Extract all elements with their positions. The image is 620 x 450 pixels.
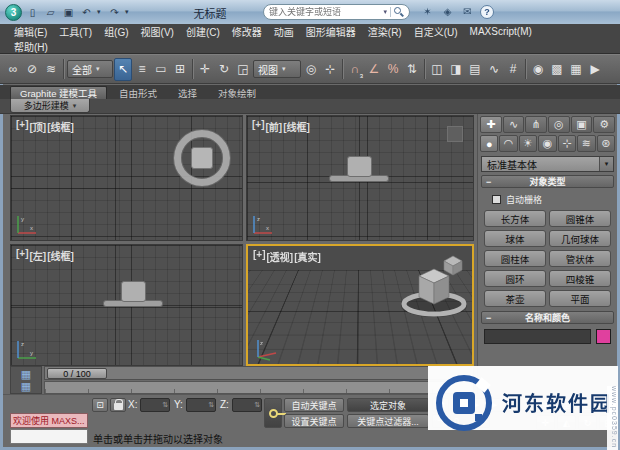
menu-graph-editors[interactable]: 图形编辑器 (300, 24, 362, 39)
use-pivot-center-icon[interactable]: ◎ (302, 58, 320, 81)
material-editor-icon[interactable]: ◉ (529, 58, 547, 81)
viewport-menu-button[interactable]: [+] (252, 119, 265, 134)
motion-panel-icon[interactable]: ◎ (548, 116, 570, 133)
object-color-swatch[interactable] (596, 329, 611, 344)
viewport-name-button[interactable]: [前] (266, 119, 283, 134)
geosphere-button[interactable]: 几何球体 (549, 230, 611, 247)
render-production-icon[interactable]: ▶ (586, 58, 604, 81)
rendered-frame-window-icon[interactable]: ▦ (567, 58, 585, 81)
menu-tools[interactable]: 工具(T) (53, 24, 98, 39)
spinner-snap-icon[interactable]: ⇅ (403, 58, 421, 81)
object-name-input[interactable] (484, 329, 591, 344)
search-scope-dropdown-icon[interactable]: ▾ (383, 8, 387, 16)
create-panel-icon[interactable]: ✚ (480, 116, 502, 133)
viewport-shading-button[interactable]: [真实] (294, 249, 321, 264)
viewport-name-button[interactable]: [左] (30, 248, 47, 263)
communication-center-icon[interactable]: ◈ (440, 4, 455, 19)
menu-animation[interactable]: 动画 (268, 24, 300, 39)
sphere-button[interactable]: 球体 (484, 230, 546, 247)
menu-edit[interactable]: 编辑(E) (8, 24, 53, 39)
schematic-view-icon[interactable]: # (504, 58, 522, 81)
select-and-manipulate-icon[interactable]: ⊹ (321, 58, 339, 81)
polygon-modeling-panel-tab[interactable]: 多边形建模 ▾ (10, 99, 90, 113)
viewport-name-button[interactable]: [顶] (30, 119, 47, 134)
undo-dropdown-icon[interactable]: ▾ (97, 8, 104, 16)
maxscript-mini-listener[interactable] (10, 429, 88, 444)
help-icon[interactable]: ? (480, 5, 494, 19)
set-key-button[interactable]: 设置关键点 (284, 414, 344, 428)
align-icon[interactable]: ◨ (447, 58, 465, 81)
snaps-toggle-icon[interactable]: ∩ 3 (346, 58, 364, 81)
menu-help[interactable]: 帮助(H) (8, 39, 54, 54)
menu-rendering[interactable]: 渲染(R) (362, 24, 408, 39)
layer-manager-icon[interactable]: ▤ (466, 58, 484, 81)
viewcube[interactable] (442, 254, 464, 276)
viewport-menu-button[interactable]: [+] (253, 249, 266, 264)
menu-views[interactable]: 视图(V) (135, 24, 180, 39)
select-and-rotate-icon[interactable]: ↻ (215, 58, 233, 81)
cameras-category-icon[interactable]: ◉ (538, 135, 556, 152)
viewport-left[interactable]: [+] [左] [线框] y z (10, 244, 243, 366)
auto-key-button[interactable]: 自动关键点 (284, 398, 344, 412)
spinner-icon[interactable]: ⇅ (208, 401, 215, 409)
object-type-rollout[interactable]: − 对象类型 (481, 175, 614, 188)
modify-panel-icon[interactable]: ∿ (503, 116, 525, 133)
menu-customize[interactable]: 自定义(U) (408, 24, 464, 39)
lights-category-icon[interactable]: ☀ (519, 135, 537, 152)
autogrid-checkbox[interactable] (492, 195, 501, 204)
favorites-icon[interactable]: ✶ (420, 4, 435, 19)
menu-create[interactable]: 创建(C) (180, 24, 226, 39)
percent-snap-icon[interactable]: % (384, 58, 402, 81)
tube-button[interactable]: 管状体 (549, 250, 611, 267)
viewport-menu-button[interactable]: [+] (16, 119, 29, 134)
space-warps-category-icon[interactable]: ≋ (577, 135, 595, 152)
selection-lock-toggle[interactable] (110, 398, 126, 412)
tab-graphite-modeling[interactable]: Graphite 建模工具 (10, 86, 107, 99)
z-coordinate-field[interactable]: ⇅ (232, 398, 262, 412)
utilities-panel-icon[interactable]: ⚙ (593, 116, 615, 133)
spinner-icon[interactable]: ⇅ (162, 401, 169, 409)
select-and-link-icon[interactable]: ∞ (4, 58, 22, 81)
pyramid-button[interactable]: 四棱锥 (549, 270, 611, 287)
y-coordinate-field[interactable]: ⇅ (186, 398, 216, 412)
save-file-icon[interactable]: ▣ (61, 4, 76, 20)
layout-preset-icon[interactable]: ▦ (21, 380, 31, 392)
set-keys-button[interactable] (264, 398, 282, 428)
viewport-front[interactable]: [+] [前] [线框] x z (246, 115, 474, 241)
new-file-icon[interactable]: ▯ (25, 4, 40, 20)
cone-button[interactable]: 圆锥体 (549, 210, 611, 227)
menu-maxscript[interactable]: MAXScript(M) (464, 26, 538, 37)
select-by-name-icon[interactable]: ≡ (133, 58, 151, 81)
search-input[interactable] (269, 7, 380, 17)
viewport-top[interactable]: [+] [顶] [线框] x y (10, 115, 243, 241)
key-filters-button[interactable]: 关键点过滤器... (347, 414, 429, 428)
render-setup-icon[interactable]: ▩ (548, 58, 566, 81)
torus-button[interactable]: 圆环 (484, 270, 546, 287)
select-and-move-icon[interactable]: ✛ (196, 58, 214, 81)
window-crossing-icon[interactable]: ⊞ (171, 58, 189, 81)
bind-to-space-warp-icon[interactable]: ≋ (42, 58, 60, 81)
rectangular-selection-region-icon[interactable]: ▭ (152, 58, 170, 81)
shapes-category-icon[interactable]: ◠ (499, 135, 517, 152)
x-coordinate-field[interactable]: ⇅ (140, 398, 170, 412)
open-file-icon[interactable]: ▱ (43, 4, 58, 20)
helpers-category-icon[interactable]: ⊹ (558, 135, 576, 152)
hierarchy-panel-icon[interactable]: ⋔ (525, 116, 547, 133)
geometry-category-icon[interactable]: ● (480, 135, 498, 152)
search-icon[interactable] (394, 7, 404, 17)
viewport-name-button[interactable]: [透视] (267, 249, 294, 264)
time-slider[interactable]: 0 / 100 (44, 366, 474, 380)
selection-set-dropdown[interactable]: 选定对象 (347, 398, 429, 412)
viewport-shading-button[interactable]: [线框] (47, 248, 74, 263)
viewport-perspective[interactable]: [+] [透视] [真实] z (246, 244, 474, 366)
track-bar[interactable] (44, 381, 474, 394)
maxscript-macro-recorder[interactable]: 欢迎使用 MAXS... (10, 413, 88, 428)
curve-editor-icon[interactable]: ∿ (485, 58, 503, 81)
viewport-menu-button[interactable]: [+] (16, 248, 29, 263)
select-object-icon[interactable]: ↖ (114, 58, 132, 81)
menu-group[interactable]: 组(G) (98, 24, 134, 39)
systems-category-icon[interactable]: ⊛ (597, 135, 615, 152)
tab-selection[interactable]: 选择 (169, 86, 206, 99)
spinner-icon[interactable]: ⇅ (254, 401, 261, 409)
select-and-scale-icon[interactable]: ◲ (234, 58, 252, 81)
